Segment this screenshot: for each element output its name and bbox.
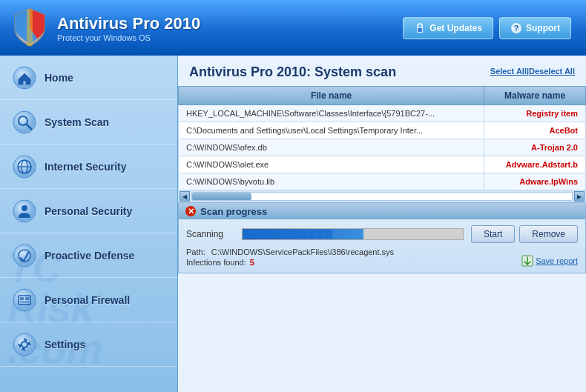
header-buttons: Get Updates ? Support — [403, 17, 571, 39]
lock-icon — [414, 22, 426, 34]
table-row: HKEY_LOCAL_MACHINE\Software\Classes\Inte… — [179, 105, 586, 122]
table-row: C:\Documents and Settings\user\Local Set… — [179, 122, 586, 139]
sidebar-item-scan-label: System Scan — [45, 116, 109, 128]
table-cell-filename: C:\Documents and Settings\user\Local Set… — [179, 122, 484, 139]
personal-icon — [11, 198, 37, 224]
title-actions: Select All|Deselect All — [490, 67, 575, 76]
table-row: C:\WINDOWS\ofex.dbA-Trojan 2.0 — [179, 139, 586, 156]
sidebar-item-home-label: Home — [45, 72, 73, 84]
sidebar-item-internet-security[interactable]: Internet Security — [0, 144, 177, 189]
save-report-icon — [521, 255, 533, 267]
table-cell-filename: C:\WINDOWS\ofex.db — [179, 139, 484, 156]
start-button[interactable]: Start — [471, 225, 515, 243]
progress-block — [243, 230, 251, 239]
question-icon: ? — [510, 22, 522, 34]
support-button[interactable]: ? Support — [499, 17, 571, 39]
path-label: Path: — [186, 248, 205, 256]
svg-point-6 — [13, 111, 36, 133]
progress-block — [325, 230, 332, 239]
table-row: C:\WINDOWS\byvotu.libAdware.IpWins — [179, 173, 586, 190]
svg-point-14 — [22, 205, 27, 211]
sidebar-item-internet-label: Internet Security — [45, 161, 126, 173]
app-subtitle: Protect your Windows OS — [57, 33, 200, 42]
scroll-right-arrow[interactable]: ▶ — [574, 191, 585, 202]
sidebar-item-personal-security[interactable]: Personal Security — [0, 189, 177, 233]
scrollbar-track[interactable] — [191, 192, 573, 201]
table-cell-malware: Advware.Adstart.b — [484, 156, 586, 173]
svg-point-22 — [13, 333, 36, 356]
scroll-left-arrow[interactable]: ◀ — [180, 191, 190, 202]
path-value: C:\WINDOWS\ServicePackFiles\i386\recagen… — [211, 248, 394, 256]
col-filename-header: File name — [179, 87, 484, 105]
error-icon: ✕ — [185, 205, 197, 217]
sidebar-item-personal-firewall[interactable]: Personal Firewall — [0, 278, 177, 322]
sidebar-item-system-scan[interactable]: System Scan — [0, 100, 177, 144]
progress-block — [292, 230, 300, 239]
scan-progress-panel: ✕ Scan progress Scanning Start Remove Pa… — [178, 202, 586, 273]
table-cell-filename: HKEY_LOCAL_MACHINE\Software\Classes\Inte… — [179, 105, 484, 122]
path-line: Path: C:\WINDOWS\ServicePackFiles\i386\r… — [186, 248, 578, 256]
shield-logo-icon — [11, 7, 48, 48]
table-row: C:\WINDOWS\olet.exeAdvware.Adstart.b — [179, 156, 586, 173]
internet-icon — [11, 153, 37, 179]
horizontal-scrollbar[interactable]: ◀ ▶ — [178, 190, 586, 202]
header: Antivirus Pro 2010 Protect your Windows … — [0, 0, 586, 56]
firewall-icon — [11, 287, 37, 313]
main-layout: TCRisk.com Home Syst — [0, 56, 586, 392]
progress-bar-container — [242, 228, 464, 240]
scan-progress-label: Scan progress — [200, 206, 267, 217]
sidebar-item-home[interactable]: Home — [0, 56, 177, 100]
sidebar-item-settings-label: Settings — [45, 339, 85, 351]
get-updates-button[interactable]: Get Updates — [403, 17, 493, 39]
deselect-all-link[interactable]: Deselect All — [529, 67, 575, 76]
sidebar-item-defense-label: Proactive Defense — [45, 250, 134, 262]
scan-icon — [11, 109, 37, 135]
table-cell-filename: C:\WINDOWS\olet.exe — [179, 156, 484, 173]
infections-line: Infections found: 5 — [186, 258, 578, 267]
progress-row: Scanning Start Remove — [186, 225, 578, 243]
scan-results-table: File name Malware name HKEY_LOCAL_MACHIN… — [178, 86, 586, 190]
app-title: Antivirus Pro 2010 — [57, 14, 200, 33]
table-cell-malware: A-Trojan 2.0 — [484, 139, 586, 156]
remove-button[interactable]: Remove — [519, 225, 578, 243]
save-report-label[interactable]: Save report — [536, 256, 578, 265]
sidebar-item-firewall-label: Personal Firewall — [45, 294, 130, 306]
home-icon — [11, 64, 37, 90]
settings-icon — [11, 331, 37, 357]
scrollbar-thumb[interactable] — [192, 193, 251, 200]
infections-count: 5 — [250, 258, 254, 267]
progress-block — [309, 230, 316, 239]
table-cell-malware: AceBot — [484, 122, 586, 139]
svg-rect-20 — [25, 297, 29, 300]
table-cell-malware: Adware.IpWins — [484, 173, 586, 190]
svg-point-15 — [13, 245, 36, 267]
col-malware-header: Malware name — [484, 87, 586, 105]
svg-text:?: ? — [514, 24, 519, 33]
progress-buttons: Start Remove — [471, 225, 578, 243]
progress-block — [317, 230, 324, 239]
progress-block — [260, 230, 267, 239]
select-all-link[interactable]: Select All — [490, 67, 527, 76]
scanning-label: Scanning — [186, 229, 234, 239]
progress-block — [276, 230, 283, 239]
sidebar: TCRisk.com Home Syst — [0, 56, 178, 392]
svg-rect-0 — [27, 9, 33, 46]
sidebar-item-personal-label: Personal Security — [45, 205, 132, 217]
table-cell-malware: Registry item — [484, 105, 586, 122]
content-title: Antivirus Pro 2010: System scan Select A… — [178, 56, 586, 86]
svg-rect-2 — [418, 28, 422, 32]
infections-label: Infections found: — [186, 258, 246, 267]
svg-rect-19 — [20, 297, 24, 300]
sidebar-item-settings[interactable]: Settings — [0, 322, 177, 367]
sidebar-item-proactive-defense[interactable]: Proactive Defense — [0, 233, 177, 278]
svg-point-17 — [13, 289, 36, 311]
svg-text:✕: ✕ — [188, 207, 194, 216]
app-title-block: Antivirus Pro 2010 Protect your Windows … — [57, 14, 200, 42]
content-area: TCRisk.com Antivirus Pro 2010: System sc… — [178, 56, 586, 392]
save-report-link[interactable]: Save report — [521, 255, 578, 267]
table-cell-filename: C:\WINDOWS\byvotu.lib — [179, 173, 484, 190]
defense-icon — [11, 242, 37, 268]
progress-block — [268, 230, 275, 239]
progress-block — [300, 230, 308, 239]
scan-progress-title-bar: ✕ Scan progress — [179, 203, 585, 219]
